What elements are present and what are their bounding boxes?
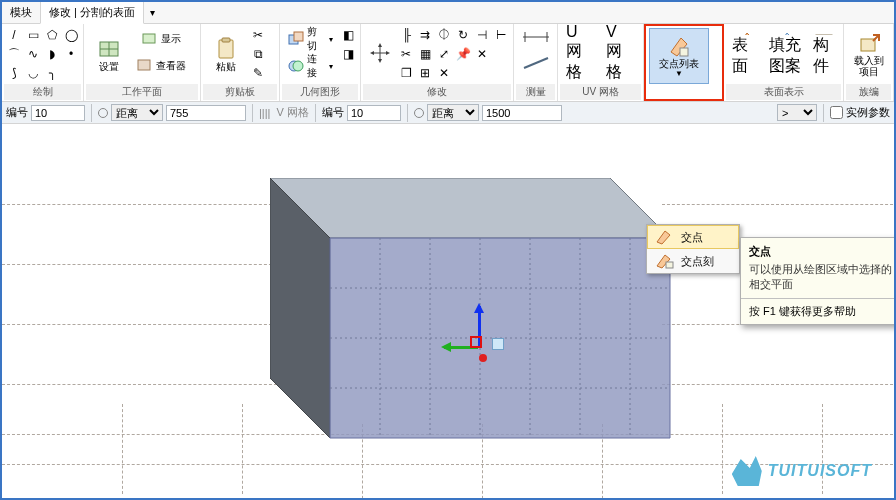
cope-icon[interactable]: ◧ xyxy=(339,26,357,44)
geom-join-button[interactable]: 连接▾ xyxy=(283,53,338,79)
spline-icon[interactable]: ∿ xyxy=(24,45,42,63)
offset-icon[interactable]: ⇉ xyxy=(416,26,434,44)
tooltip-help: 按 F1 键获得更多帮助 xyxy=(741,298,896,324)
extend-icon[interactable]: ⊢ xyxy=(492,26,510,44)
distance2-select[interactable]: 距离 xyxy=(427,104,479,121)
pin-icon[interactable]: 📌 xyxy=(454,45,472,63)
rect-icon[interactable]: ▭ xyxy=(24,26,42,44)
ellipse-icon[interactable]: ◗ xyxy=(43,45,61,63)
vgrid-toggle-label[interactable]: V 网格 xyxy=(277,105,309,120)
gizmo-origin-icon xyxy=(479,354,487,362)
geom-cut-icon xyxy=(288,31,304,47)
svg-point-10 xyxy=(293,61,303,71)
delete-icon[interactable]: ✕ xyxy=(435,64,453,82)
array-icon[interactable]: ▦ xyxy=(416,45,434,63)
distance1-radio[interactable] xyxy=(98,108,108,118)
circle-icon[interactable]: ◯ xyxy=(62,26,80,44)
align-icon[interactable]: ╟ xyxy=(397,26,415,44)
line-icon[interactable]: / xyxy=(5,26,23,44)
group-icon[interactable]: ⊞ xyxy=(416,64,434,82)
mirror-icon[interactable]: ⏀ xyxy=(435,26,453,44)
paste-button[interactable]: 粘贴 xyxy=(204,26,248,82)
group-label-geometry: 几何图形 xyxy=(282,84,358,100)
group-label-workplane: 工作平面 xyxy=(86,84,198,100)
show-plane-button[interactable]: 显示 xyxy=(132,26,191,52)
arc3-icon[interactable]: ⟆ xyxy=(5,64,23,82)
split-el-icon[interactable]: ✂ xyxy=(397,45,415,63)
distance2-radio[interactable] xyxy=(414,108,424,118)
group-label-uvgrid: UV 网格 xyxy=(560,84,641,100)
arc-icon[interactable]: ⌒ xyxy=(5,45,23,63)
plane-small-icon xyxy=(142,31,158,47)
svg-rect-5 xyxy=(219,40,233,58)
fill-pattern-button[interactable]: 填充图案 xyxy=(764,26,807,80)
axis-x-icon xyxy=(470,336,482,348)
rotate-icon[interactable]: ↻ xyxy=(454,26,472,44)
watermark: TUITUISOFT xyxy=(732,456,872,486)
aligned-dim-icon[interactable] xyxy=(519,26,553,48)
instance-param-checkbox[interactable] xyxy=(830,106,843,119)
copy-icon[interactable]: ⧉ xyxy=(249,45,267,63)
svg-rect-17 xyxy=(680,48,688,56)
load-into-button[interactable]: 载入到 项目 xyxy=(847,26,890,82)
load-into-icon xyxy=(857,31,881,55)
num1-input[interactable] xyxy=(31,105,85,121)
val1-input[interactable] xyxy=(166,105,246,121)
modify-tool-button[interactable] xyxy=(364,26,396,80)
cut-icon[interactable]: ✂ xyxy=(249,26,267,44)
intersect-dropdown: 交点 交点刻 xyxy=(646,224,740,274)
vgrid-button[interactable]: V 网格 xyxy=(601,26,640,80)
svg-rect-8 xyxy=(294,32,303,41)
ribbon: / ▭ ⬠ ◯ ⌒ ∿ ◗ • ⟆ ◡ ╮ 绘制 xyxy=(2,24,894,102)
svg-rect-3 xyxy=(143,34,155,43)
tab-context[interactable]: 模块 xyxy=(2,2,40,23)
num2-input[interactable] xyxy=(347,105,401,121)
set-plane-button[interactable]: 设置 xyxy=(87,26,131,82)
svg-rect-4 xyxy=(138,60,150,70)
measure-icon[interactable] xyxy=(519,52,553,74)
suffix-select[interactable]: > xyxy=(777,104,817,121)
svg-rect-32 xyxy=(666,262,673,268)
viewer-button[interactable]: 查看器 xyxy=(132,53,191,79)
split-icon[interactable]: ◨ xyxy=(339,45,357,63)
fillet-icon[interactable]: ◡ xyxy=(24,64,42,82)
tab-overflow-icon[interactable]: ▾ xyxy=(144,5,161,20)
group-label-modify: 修改 xyxy=(363,84,511,100)
intersect-list-icon xyxy=(667,34,691,58)
svg-rect-6 xyxy=(222,38,230,42)
group-label-family: 族编 xyxy=(846,84,891,100)
geom-cut-button[interactable]: 剪切▾ xyxy=(283,26,338,52)
tooltip-title: 交点 xyxy=(741,238,896,262)
surface-button[interactable]: 表面 xyxy=(727,26,763,80)
trim-icon[interactable]: ⊣ xyxy=(473,26,491,44)
match-icon[interactable]: ✎ xyxy=(249,64,267,82)
geom-join-icon xyxy=(288,58,304,74)
drawing-canvas[interactable]: 交点 交点刻 交点 可以使用从绘图区域中选择的相交平面 按 F1 键获得更多帮助… xyxy=(2,124,894,500)
dropdown-item-1[interactable]: 交点刻 xyxy=(647,249,739,273)
group-label-draw: 绘制 xyxy=(4,84,81,100)
intersect-list-button[interactable]: 交点列表 ▼ xyxy=(649,28,709,84)
dropdown-item-0[interactable]: 交点 xyxy=(647,225,739,249)
ugrid-button[interactable]: U 网格 xyxy=(561,26,600,80)
tab-active[interactable]: 修改 | 分割的表面 xyxy=(40,1,144,24)
options-bar: 编号 距离 |||| V 网格 编号 距离 > 实例参数 xyxy=(2,102,894,124)
move-cross-icon xyxy=(368,41,392,65)
group-label-surface: 表面表示 xyxy=(726,84,841,100)
clipboard-icon xyxy=(214,37,238,61)
intersect-ref-icon xyxy=(655,253,675,269)
component-button[interactable]: 构件 xyxy=(808,26,840,80)
gizmo-free-icon xyxy=(492,338,504,350)
val2-input[interactable] xyxy=(482,105,562,121)
tangent-icon[interactable]: ╮ xyxy=(43,64,61,82)
viewer-icon xyxy=(137,58,153,74)
point-icon[interactable]: • xyxy=(62,45,80,63)
distance1-select[interactable]: 距离 xyxy=(111,104,163,121)
svg-line-16 xyxy=(524,58,548,68)
unpin-icon[interactable]: ✕ xyxy=(473,45,491,63)
polygon-icon[interactable]: ⬠ xyxy=(43,26,61,44)
tooltip-body: 可以使用从绘图区域中选择的相交平面 xyxy=(741,262,896,298)
scale-icon[interactable]: ⤢ xyxy=(435,45,453,63)
copy-mod-icon[interactable]: ❐ xyxy=(397,64,415,82)
svg-marker-20 xyxy=(270,178,670,238)
instance-param-label: 实例参数 xyxy=(846,105,890,120)
